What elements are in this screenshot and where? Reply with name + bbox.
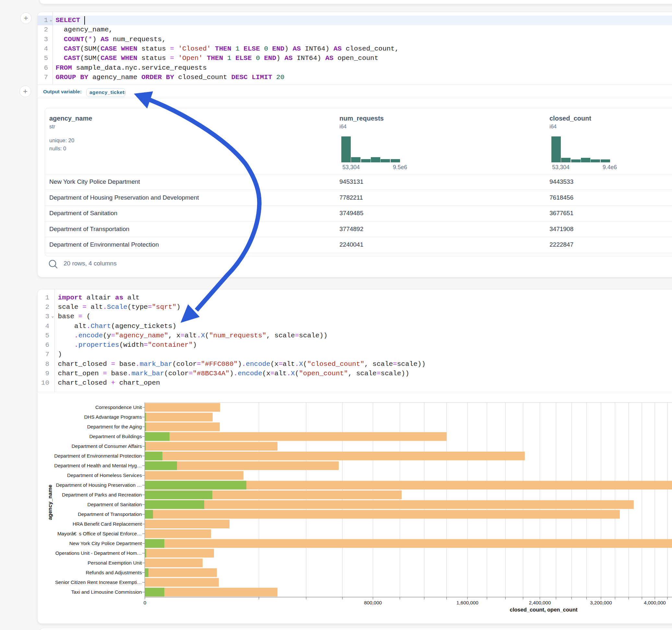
svg-text:HRA Benefit Card Replacement: HRA Benefit Card Replacement — [73, 521, 142, 527]
svg-text:0: 0 — [144, 600, 146, 605]
svg-text:4,000,000: 4,000,000 — [644, 600, 666, 605]
svg-text:Operations Unit - Department o: Operations Unit - Department of Hom… — [55, 550, 142, 556]
svg-text:Mayorâ€ s Office of Special En: Mayorâ€ s Office of Special Enforce… — [57, 531, 142, 536]
svg-text:Refunds and Adjustments: Refunds and Adjustments — [86, 570, 142, 575]
svg-text:1,600,000: 1,600,000 — [456, 600, 478, 605]
svg-text:Personal Exemption Unit: Personal Exemption Unit — [88, 560, 142, 565]
svg-text:New York City Police Departmen: New York City Police Department — [69, 540, 142, 546]
svg-text:Department of Sanitation: Department of Sanitation — [87, 502, 142, 507]
svg-text:2,400,000: 2,400,000 — [529, 600, 551, 605]
svg-text:800,000: 800,000 — [364, 600, 382, 605]
svg-text:Department of Consumer Affairs: Department of Consumer Affairs — [72, 443, 142, 449]
svg-text:3,200,000: 3,200,000 — [590, 600, 612, 605]
svg-text:Senior Citizen Rent Increase E: Senior Citizen Rent Increase Exempti… — [55, 579, 142, 585]
svg-text:agency_name: agency_name — [47, 484, 53, 520]
svg-text:Department for the Aging: Department for the Aging — [87, 424, 142, 429]
svg-text:Taxi and Limousine Commission: Taxi and Limousine Commission — [71, 589, 142, 595]
svg-text:Department of Environmental Pr: Department of Environmental Protection — [54, 453, 142, 459]
svg-text:DHS Advantage Programs: DHS Advantage Programs — [84, 414, 142, 420]
svg-text:Department of Transportation: Department of Transportation — [78, 511, 142, 517]
svg-text:Department of Health and Menta: Department of Health and Mental Hyg… — [54, 463, 142, 468]
svg-text:closed_count, open_count: closed_count, open_count — [510, 607, 578, 612]
svg-text:Department of Parks and Recrea: Department of Parks and Recreation — [62, 492, 142, 498]
svg-text:Department of Housing Preserva: Department of Housing Preservation … — [56, 482, 142, 488]
svg-text:Correspondence Unit: Correspondence Unit — [95, 405, 142, 410]
svg-text:Department of Homeless Service: Department of Homeless Services — [67, 472, 142, 478]
svg-text:Department of Buildings: Department of Buildings — [89, 434, 142, 439]
